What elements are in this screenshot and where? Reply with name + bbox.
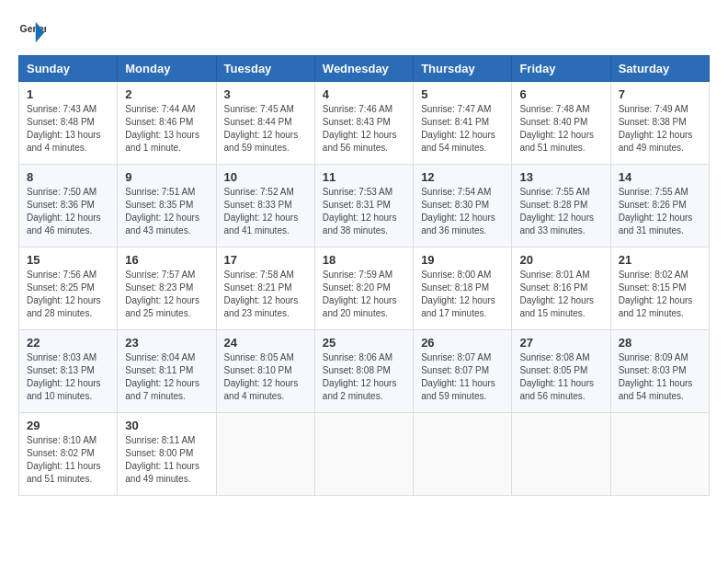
day-number: 30 xyxy=(125,419,208,432)
day-info: Sunrise: 7:46 AM Sunset: 8:43 PM Dayligh… xyxy=(323,103,405,155)
col-header-friday: Friday xyxy=(512,56,610,82)
day-number: 2 xyxy=(125,87,208,101)
day-info: Sunrise: 7:50 AM Sunset: 8:36 PM Dayligh… xyxy=(27,186,109,237)
day-number: 13 xyxy=(519,170,602,184)
col-header-tuesday: Tuesday xyxy=(216,56,314,82)
day-number: 3 xyxy=(224,87,307,101)
calendar-cell: 29 Sunrise: 8:10 AM Sunset: 8:02 PM Dayl… xyxy=(19,413,118,496)
calendar-cell: 25 Sunrise: 8:06 AM Sunset: 8:08 PM Dayl… xyxy=(314,330,413,413)
day-info: Sunrise: 7:55 AM Sunset: 8:28 PM Dayligh… xyxy=(519,186,602,237)
col-header-saturday: Saturday xyxy=(610,56,709,82)
day-info: Sunrise: 7:45 AM Sunset: 8:44 PM Dayligh… xyxy=(224,103,307,155)
calendar-cell: 20 Sunrise: 8:01 AM Sunset: 8:16 PM Dayl… xyxy=(512,247,610,330)
calendar-cell: 9 Sunrise: 7:51 AM Sunset: 8:35 PM Dayli… xyxy=(118,165,216,247)
calendar-cell xyxy=(414,413,512,496)
day-number: 26 xyxy=(421,336,504,350)
day-info: Sunrise: 8:11 AM Sunset: 8:00 PM Dayligh… xyxy=(125,434,208,486)
week-row-5: 29 Sunrise: 8:10 AM Sunset: 8:02 PM Dayl… xyxy=(19,413,710,496)
calendar-cell xyxy=(610,413,709,496)
logo-icon: General xyxy=(18,18,46,46)
day-number: 29 xyxy=(27,419,109,432)
day-number: 23 xyxy=(125,336,208,350)
calendar-cell: 3 Sunrise: 7:45 AM Sunset: 8:44 PM Dayli… xyxy=(216,82,314,165)
calendar-cell: 19 Sunrise: 8:00 AM Sunset: 8:18 PM Dayl… xyxy=(414,247,512,330)
day-number: 12 xyxy=(421,170,504,184)
day-number: 19 xyxy=(421,253,504,267)
calendar-cell: 12 Sunrise: 7:54 AM Sunset: 8:30 PM Dayl… xyxy=(414,165,512,247)
day-number: 14 xyxy=(619,170,701,184)
day-info: Sunrise: 7:52 AM Sunset: 8:33 PM Dayligh… xyxy=(224,186,307,237)
day-info: Sunrise: 7:48 AM Sunset: 8:40 PM Dayligh… xyxy=(519,103,602,155)
calendar-cell: 15 Sunrise: 7:56 AM Sunset: 8:25 PM Dayl… xyxy=(19,247,118,330)
calendar-cell: 22 Sunrise: 8:03 AM Sunset: 8:13 PM Dayl… xyxy=(19,330,118,413)
day-info: Sunrise: 7:43 AM Sunset: 8:48 PM Dayligh… xyxy=(27,103,109,155)
day-number: 11 xyxy=(323,170,405,184)
col-header-thursday: Thursday xyxy=(414,56,512,82)
day-info: Sunrise: 7:49 AM Sunset: 8:38 PM Dayligh… xyxy=(619,103,701,155)
day-number: 28 xyxy=(619,336,701,350)
day-number: 25 xyxy=(323,336,405,350)
day-info: Sunrise: 7:44 AM Sunset: 8:46 PM Dayligh… xyxy=(125,103,208,155)
day-info: Sunrise: 7:53 AM Sunset: 8:31 PM Dayligh… xyxy=(323,186,405,237)
calendar-cell: 16 Sunrise: 7:57 AM Sunset: 8:23 PM Dayl… xyxy=(118,247,216,330)
day-info: Sunrise: 8:02 AM Sunset: 8:15 PM Dayligh… xyxy=(619,269,701,320)
calendar-cell: 28 Sunrise: 8:09 AM Sunset: 8:03 PM Dayl… xyxy=(610,330,709,413)
day-number: 7 xyxy=(619,87,701,101)
day-number: 17 xyxy=(224,253,307,267)
day-number: 4 xyxy=(323,87,405,101)
calendar-cell: 8 Sunrise: 7:50 AM Sunset: 8:36 PM Dayli… xyxy=(19,165,118,247)
calendar-cell: 10 Sunrise: 7:52 AM Sunset: 8:33 PM Dayl… xyxy=(216,165,314,247)
calendar-cell: 13 Sunrise: 7:55 AM Sunset: 8:28 PM Dayl… xyxy=(512,165,610,247)
day-info: Sunrise: 7:59 AM Sunset: 8:20 PM Dayligh… xyxy=(323,269,405,320)
calendar-cell: 2 Sunrise: 7:44 AM Sunset: 8:46 PM Dayli… xyxy=(118,82,216,165)
day-info: Sunrise: 8:09 AM Sunset: 8:03 PM Dayligh… xyxy=(619,351,701,403)
calendar-cell: 1 Sunrise: 7:43 AM Sunset: 8:48 PM Dayli… xyxy=(19,82,118,165)
calendar-cell: 26 Sunrise: 8:07 AM Sunset: 8:07 PM Dayl… xyxy=(414,330,512,413)
day-number: 15 xyxy=(27,253,109,267)
page-header: General xyxy=(18,18,710,46)
day-info: Sunrise: 8:06 AM Sunset: 8:08 PM Dayligh… xyxy=(323,351,405,403)
col-header-monday: Monday xyxy=(118,56,216,82)
week-row-2: 8 Sunrise: 7:50 AM Sunset: 8:36 PM Dayli… xyxy=(19,165,710,247)
day-number: 27 xyxy=(519,336,602,350)
day-info: Sunrise: 8:05 AM Sunset: 8:10 PM Dayligh… xyxy=(224,351,307,403)
day-number: 18 xyxy=(323,253,405,267)
day-info: Sunrise: 7:55 AM Sunset: 8:26 PM Dayligh… xyxy=(619,186,701,237)
calendar-cell: 27 Sunrise: 8:08 AM Sunset: 8:05 PM Dayl… xyxy=(512,330,610,413)
calendar-cell: 23 Sunrise: 8:04 AM Sunset: 8:11 PM Dayl… xyxy=(118,330,216,413)
col-header-sunday: Sunday xyxy=(19,56,118,82)
calendar-cell: 17 Sunrise: 7:58 AM Sunset: 8:21 PM Dayl… xyxy=(216,247,314,330)
calendar-cell: 24 Sunrise: 8:05 AM Sunset: 8:10 PM Dayl… xyxy=(216,330,314,413)
day-info: Sunrise: 7:56 AM Sunset: 8:25 PM Dayligh… xyxy=(27,269,109,320)
day-info: Sunrise: 8:03 AM Sunset: 8:13 PM Dayligh… xyxy=(27,351,109,403)
day-number: 8 xyxy=(27,170,109,184)
calendar-cell: 14 Sunrise: 7:55 AM Sunset: 8:26 PM Dayl… xyxy=(610,165,709,247)
calendar-cell xyxy=(512,413,610,496)
day-number: 24 xyxy=(224,336,307,350)
day-info: Sunrise: 7:58 AM Sunset: 8:21 PM Dayligh… xyxy=(224,269,307,320)
day-number: 9 xyxy=(125,170,208,184)
day-number: 1 xyxy=(27,87,109,101)
day-info: Sunrise: 7:47 AM Sunset: 8:41 PM Dayligh… xyxy=(421,103,504,155)
day-number: 16 xyxy=(125,253,208,267)
calendar-cell: 18 Sunrise: 7:59 AM Sunset: 8:20 PM Dayl… xyxy=(314,247,413,330)
calendar-cell: 11 Sunrise: 7:53 AM Sunset: 8:31 PM Dayl… xyxy=(314,165,413,247)
day-info: Sunrise: 8:00 AM Sunset: 8:18 PM Dayligh… xyxy=(421,269,504,320)
day-number: 21 xyxy=(619,253,701,267)
day-number: 20 xyxy=(519,253,602,267)
week-row-4: 22 Sunrise: 8:03 AM Sunset: 8:13 PM Dayl… xyxy=(19,330,710,413)
week-row-3: 15 Sunrise: 7:56 AM Sunset: 8:25 PM Dayl… xyxy=(19,247,710,330)
day-number: 22 xyxy=(27,336,109,350)
calendar-cell: 6 Sunrise: 7:48 AM Sunset: 8:40 PM Dayli… xyxy=(512,82,610,165)
day-info: Sunrise: 8:01 AM Sunset: 8:16 PM Dayligh… xyxy=(519,269,602,320)
calendar-cell: 4 Sunrise: 7:46 AM Sunset: 8:43 PM Dayli… xyxy=(314,82,413,165)
day-info: Sunrise: 8:04 AM Sunset: 8:11 PM Dayligh… xyxy=(125,351,208,403)
calendar-cell: 5 Sunrise: 7:47 AM Sunset: 8:41 PM Dayli… xyxy=(414,82,512,165)
day-info: Sunrise: 7:51 AM Sunset: 8:35 PM Dayligh… xyxy=(125,186,208,237)
day-info: Sunrise: 8:10 AM Sunset: 8:02 PM Dayligh… xyxy=(27,434,109,486)
day-info: Sunrise: 8:07 AM Sunset: 8:07 PM Dayligh… xyxy=(421,351,504,403)
calendar-cell: 30 Sunrise: 8:11 AM Sunset: 8:00 PM Dayl… xyxy=(118,413,216,496)
calendar-cell xyxy=(314,413,413,496)
day-number: 10 xyxy=(224,170,307,184)
day-info: Sunrise: 8:08 AM Sunset: 8:05 PM Dayligh… xyxy=(519,351,602,403)
